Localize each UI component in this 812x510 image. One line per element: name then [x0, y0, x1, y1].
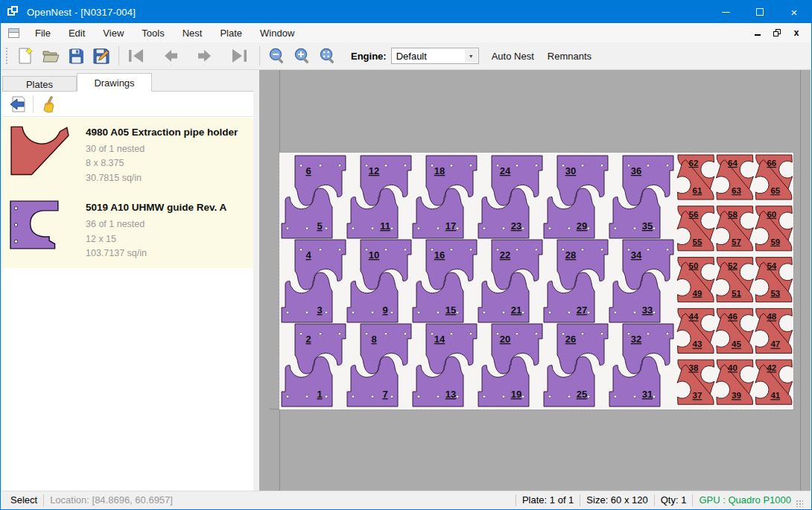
- nested-part-pair[interactable]: 43: [282, 240, 346, 322]
- menu-tools[interactable]: Tools: [133, 25, 173, 42]
- mdi-document-icon[interactable]: [8, 28, 19, 38]
- part-number-label: 42: [767, 363, 776, 372]
- new-file-button[interactable]: [13, 45, 38, 67]
- save-button[interactable]: [63, 45, 89, 67]
- nested-part-pair[interactable]: 1615: [413, 240, 477, 322]
- nested-part-pair[interactable]: 5857: [716, 206, 753, 251]
- plate-guide-bottom: [269, 409, 279, 409]
- menu-edit[interactable]: Edit: [60, 25, 94, 42]
- part-number-label: 51: [732, 289, 741, 298]
- zoom-fit-button[interactable]: [315, 45, 340, 67]
- nest-canvas[interactable]: 6512111817242330293635431091615222128273…: [259, 70, 811, 491]
- maximize-button[interactable]: [743, 1, 777, 23]
- part-number-label: 6: [305, 165, 311, 176]
- nested-part-pair[interactable]: 21: [282, 324, 346, 407]
- part-number-label: 55: [693, 238, 702, 246]
- zoom-fit-icon: [319, 47, 337, 65]
- part-number-label: 7: [382, 389, 387, 400]
- mdi-close-button[interactable]: x: [790, 27, 803, 39]
- menu-window[interactable]: Window: [251, 25, 303, 42]
- drawing-title: 4980 A05 Extraction pipe holder: [86, 127, 247, 138]
- nested-part-pair[interactable]: 5453: [755, 258, 793, 302]
- nested-part-pair[interactable]: 3029: [544, 156, 608, 238]
- nested-part-pair[interactable]: 6665: [755, 155, 793, 200]
- status-qty: Qty: 1: [661, 494, 687, 506]
- save-as-icon: [92, 47, 110, 65]
- nav-first-icon: [127, 48, 146, 64]
- part-number-label: 3: [317, 305, 322, 316]
- minimize-button[interactable]: [708, 1, 743, 23]
- mdi-minimize-button[interactable]: [751, 27, 764, 39]
- nested-part-pair[interactable]: 4847: [755, 308, 793, 353]
- nested-part-pair[interactable]: 6059: [755, 206, 793, 251]
- mdi-restore-button[interactable]: [770, 27, 784, 39]
- status-gpu: GPU : Quadro P1000: [699, 494, 791, 506]
- part-number-label: 17: [445, 220, 456, 232]
- nested-part-pair[interactable]: 6463: [716, 155, 753, 200]
- nested-part-pair[interactable]: 3231: [609, 324, 673, 407]
- nav-next-button[interactable]: [192, 45, 218, 67]
- open-file-button[interactable]: [38, 45, 63, 67]
- tab-strip: Plates Drawings: [2, 73, 152, 92]
- nested-part-pair[interactable]: 3635: [609, 156, 673, 238]
- nav-previous-button[interactable]: [158, 45, 183, 67]
- nested-part-pair[interactable]: 87: [347, 324, 411, 407]
- nav-last-button[interactable]: [226, 45, 252, 67]
- plate[interactable]: 6512111817242330293635431091615222128273…: [279, 153, 793, 409]
- nested-part-pair[interactable]: 4039: [716, 360, 753, 404]
- menu-file[interactable]: File: [26, 25, 60, 42]
- part-number-label: 54: [767, 261, 776, 270]
- part-number-label: 14: [434, 334, 445, 345]
- remnants-button[interactable]: Remnants: [541, 47, 598, 66]
- nested-part-pair[interactable]: 5049: [677, 258, 714, 302]
- zoom-in-button[interactable]: [290, 45, 315, 67]
- menu-view[interactable]: View: [94, 25, 133, 42]
- status-separator: [692, 494, 693, 506]
- drawing-item-1[interactable]: 4980 A05 Extraction pipe holder 30 of 1 …: [2, 118, 253, 193]
- menu-plate[interactable]: Plate: [211, 25, 251, 42]
- part-number-label: 19: [511, 389, 521, 400]
- nested-part-pair[interactable]: 1817: [413, 156, 477, 238]
- combo-dropdown-arrow[interactable]: ▼: [465, 49, 478, 63]
- nested-part-pair[interactable]: 2625: [544, 324, 608, 407]
- nested-part-pair[interactable]: 2221: [478, 240, 542, 322]
- nested-part-pair[interactable]: 3837: [677, 360, 714, 404]
- nav-first-button[interactable]: [124, 45, 149, 67]
- nested-part-pair[interactable]: 4443: [677, 308, 714, 353]
- drawings-toolbar: [2, 92, 253, 117]
- drawing-size: 12 x 15: [86, 232, 247, 246]
- nested-part-pair[interactable]: 1211: [347, 156, 411, 238]
- close-button[interactable]: ×: [777, 1, 811, 23]
- part-number-label: 4: [305, 249, 311, 261]
- zoom-out-button[interactable]: [264, 45, 290, 67]
- nested-part-pair[interactable]: 3433: [609, 240, 673, 322]
- resize-grip[interactable]: [796, 500, 803, 507]
- return-part-button[interactable]: [7, 94, 29, 115]
- auto-nest-button[interactable]: Auto Nest: [485, 47, 541, 66]
- part-number-label: 18: [434, 165, 445, 176]
- nested-part-pair[interactable]: 2019: [478, 324, 542, 407]
- nested-part-pair[interactable]: 5655: [677, 206, 714, 251]
- nested-part-pair[interactable]: 1413: [413, 324, 477, 407]
- nested-part-pair[interactable]: 4241: [755, 360, 793, 404]
- status-separator: [654, 494, 655, 506]
- open-file-icon: [42, 47, 60, 65]
- tab-drawings[interactable]: Drawings: [77, 73, 152, 92]
- drawing-item-2[interactable]: 5019 A10 UHMW guide Rev. A 36 of 1 neste…: [2, 193, 253, 268]
- save-as-button[interactable]: [89, 45, 114, 67]
- part-number-label: 45: [732, 340, 741, 348]
- clean-button[interactable]: [37, 94, 60, 115]
- engine-combobox[interactable]: Default ▼: [391, 48, 479, 64]
- nested-part-pair[interactable]: 2827: [544, 240, 608, 322]
- nested-part-pair[interactable]: 4645: [716, 308, 753, 353]
- drawing-title: 5019 A10 UHMW guide Rev. A: [86, 202, 247, 213]
- nested-part-pair[interactable]: 5251: [716, 258, 753, 302]
- engine-value: Default: [396, 51, 427, 62]
- nested-part-pair[interactable]: 109: [347, 240, 411, 322]
- part-number-label: 44: [689, 312, 699, 321]
- nested-part-pair[interactable]: 65: [282, 156, 346, 238]
- nested-part-pair[interactable]: 2423: [478, 156, 542, 238]
- nested-part-pair[interactable]: 6261: [677, 155, 714, 200]
- menu-nest[interactable]: Nest: [174, 25, 212, 42]
- tab-plates[interactable]: Plates: [2, 76, 77, 92]
